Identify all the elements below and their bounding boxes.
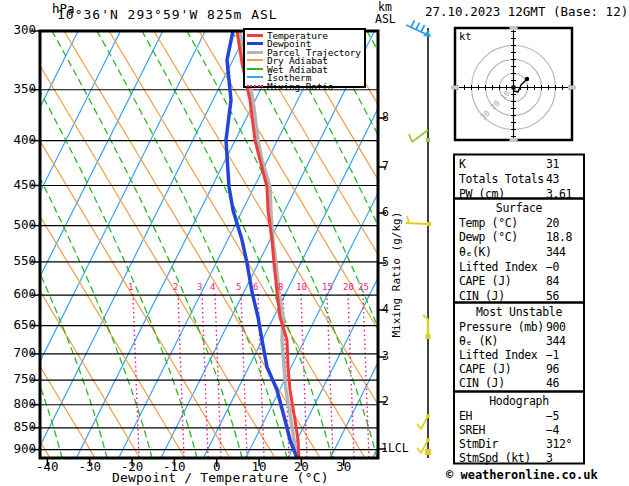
table-row-value: 312° [546, 439, 572, 451]
temp-tick-label: -10 [154, 461, 194, 474]
table-row-label: θₑ(K) [459, 247, 492, 259]
temp-tick-label: 10 [239, 461, 279, 474]
table-row-label: PW (cm) [459, 189, 505, 201]
table-section-title: Hodograph [454, 396, 584, 408]
legend-sample-line [247, 59, 263, 61]
temp-tick-label: -20 [112, 461, 152, 474]
mixing-ratio-value-label: 6 [253, 283, 258, 292]
table-row-label: Pressure (mb) [459, 322, 544, 334]
table-row-value: 344 [546, 247, 566, 259]
km-tick-label: 7 [382, 161, 389, 173]
table-section-title: Most Unstable [454, 307, 584, 319]
table-row-label: CAPE (J) [459, 364, 511, 376]
pressure-tick-label: 650 [4, 319, 36, 332]
pressure-tick-label: 550 [4, 255, 36, 268]
mixing-ratio-value-label: 25 [358, 283, 369, 292]
temp-tick-label: -40 [27, 461, 67, 474]
pressure-tick-label: 850 [4, 421, 36, 434]
pressure-tick-label: 600 [4, 288, 36, 301]
pressure-tick-label: 900 [4, 443, 36, 456]
table-row-label: Lifted Index [459, 262, 537, 274]
pressure-tick-label: 800 [4, 398, 36, 411]
table-row-label: K [459, 159, 466, 171]
datetime-label: 27.10.2023 12GMT (Base: 12) [425, 6, 628, 19]
mixing-ratio-value-label: 1 [128, 283, 133, 292]
mixing-ratio-value-label: 5 [236, 283, 241, 292]
table-row-value: 96 [546, 364, 559, 376]
pressure-tick-label: 700 [4, 347, 36, 360]
legend-sample-line [247, 42, 263, 45]
km-tick-label: 4 [382, 304, 389, 316]
mixing-ratio-value-label: 15 [322, 283, 333, 292]
table-row-label: EH [459, 411, 472, 423]
table-row-label: θₑ (K) [459, 336, 498, 348]
table-row-label: CAPE (J) [459, 276, 511, 288]
legend-sample-line [247, 51, 263, 54]
table-row-value: −4 [546, 425, 559, 437]
mixing-ratio-value-label: 4 [210, 283, 215, 292]
skewt-sounding-screenshot: 102030 hPa 10°36'N 293°59'W 825m ASL km … [0, 0, 629, 486]
km-tick-label: 5 [382, 257, 389, 269]
km-tick-label: 3 [382, 351, 389, 363]
table-row-value: −0 [546, 262, 559, 274]
legend-sample-line [247, 76, 263, 78]
mixing-ratio-axis-label: Mixing Ratio (g/kg) [391, 218, 402, 338]
table-section-title: Surface [454, 203, 584, 215]
legend-item-label: Mixing Ratio [267, 82, 333, 92]
table-row-value: 56 [546, 291, 559, 303]
table-row-label: Temp (°C) [459, 218, 518, 230]
pressure-tick-label: 400 [4, 134, 36, 147]
copyright-credit: © weatheronline.co.uk [446, 469, 598, 481]
pressure-tick-label: 450 [4, 179, 36, 192]
table-row-value: 344 [546, 336, 566, 348]
km-tick-label: 2 [382, 396, 389, 408]
temp-tick-label: 20 [281, 461, 321, 474]
page-title: 10°36'N 293°59'W 825m ASL [57, 8, 278, 21]
table-row-label: CIN (J) [459, 378, 505, 390]
table-row-label: CIN (J) [459, 291, 505, 303]
hodograph-unit-label: kt [459, 31, 472, 42]
table-row-label: Totals Totals [459, 174, 544, 186]
altitude-unit-asl: ASL [375, 14, 396, 26]
table-row-value: 18.8 [546, 232, 572, 244]
table-row-value: 3.61 [546, 189, 572, 201]
table-row-value: 20 [546, 218, 559, 230]
legend-sample-line [247, 85, 263, 87]
table-row-label: StmDir [459, 439, 498, 451]
mixing-ratio-lines [133, 294, 418, 457]
table-row-label: StmSpd (kt) [459, 453, 531, 465]
mixing-ratio-value-label: 10 [296, 283, 307, 292]
mixing-ratio-value-label: 2 [173, 283, 178, 292]
table-row-label: SREH [459, 425, 485, 437]
table-row-value: 43 [546, 174, 559, 186]
temp-tick-label: -30 [70, 461, 110, 474]
pressure-tick-label: 350 [4, 83, 36, 96]
hodograph-plot: 102030 [451, 26, 576, 142]
mixing-ratio-value-label: 20 [343, 283, 354, 292]
pressure-tick-label: 750 [4, 373, 36, 386]
table-row-value: −1 [546, 350, 559, 362]
table-row-label: Lifted Index [459, 350, 537, 362]
lcl-label: 1LCL [381, 443, 409, 455]
legend-sample-line [247, 68, 263, 70]
mixing-ratio-value-label: 8 [278, 283, 283, 292]
wind-barb-column [406, 20, 431, 458]
table-row-value: 3 [546, 453, 553, 465]
legend-sample-line [247, 34, 263, 37]
table-row-value: 31 [546, 159, 559, 171]
table-row-value: 84 [546, 276, 559, 288]
km-tick-label: 8 [382, 112, 389, 124]
pressure-tick-label: 300 [4, 24, 36, 37]
pressure-tick-label: 500 [4, 219, 36, 232]
table-row-label: Dewp (°C) [459, 232, 518, 244]
mixing-ratio-value-label: 3 [197, 283, 202, 292]
table-row-value: 900 [546, 322, 566, 334]
km-tick-label: 6 [382, 207, 389, 219]
temp-tick-label: 30 [324, 461, 364, 474]
temp-tick-label: 0 [197, 461, 237, 474]
table-row-value: −5 [546, 411, 559, 423]
table-row-value: 46 [546, 378, 559, 390]
